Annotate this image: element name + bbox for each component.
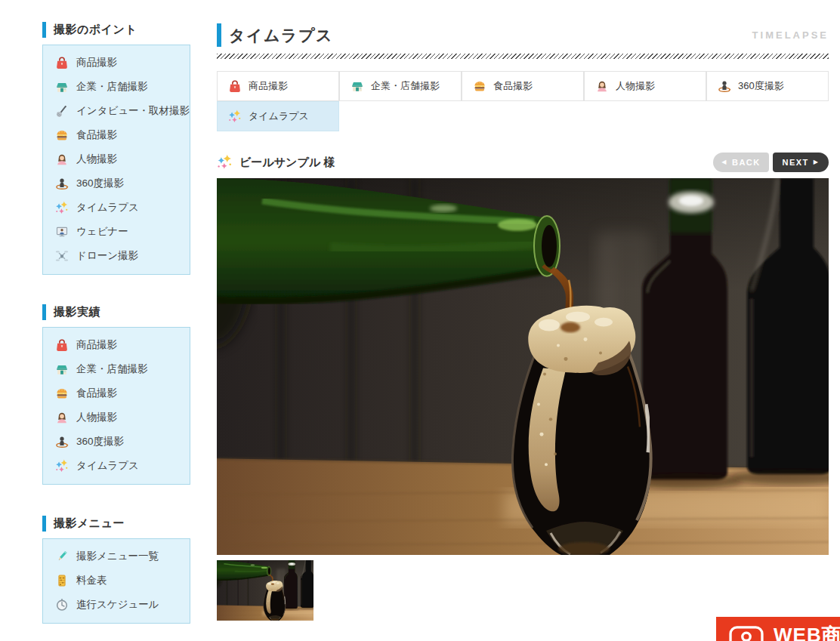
sidebar-item[interactable]: タイムラプス (55, 454, 190, 478)
person-icon (55, 411, 69, 424)
hatched-divider (217, 54, 829, 59)
web-meeting-label: WEB商談 (774, 622, 840, 641)
main-photo (217, 178, 829, 555)
person-360-icon (55, 177, 69, 190)
page-title: タイムラプス (229, 25, 333, 46)
tab-label: 人物撮影 (616, 79, 655, 93)
sidebar-item[interactable]: 食品撮影 (55, 123, 190, 147)
sidebar-item[interactable]: タイムラプス (55, 196, 190, 220)
sidebar-item-label: 人物撮影 (76, 153, 117, 166)
left-arrow-icon: ◀ (721, 159, 727, 165)
clock-icon (55, 598, 69, 612)
main-content: タイムラプス TIMELAPSE 商品撮影企業・店舗撮影食品撮影人物撮影360度… (217, 0, 829, 641)
sidebar-section-heading: 撮影実績 (42, 304, 190, 320)
tab-label: 商品撮影 (249, 79, 288, 93)
sidebar-item[interactable]: ウェビナー (55, 220, 190, 244)
photo-thumbnail[interactable] (217, 560, 313, 621)
sidebar-section-title: 撮影のポイント (54, 23, 137, 37)
tab-商品撮影[interactable]: 商品撮影 (217, 71, 339, 101)
bag-icon (55, 338, 69, 352)
sparkles-icon (228, 109, 242, 123)
webinar-icon (55, 225, 69, 239)
sidebar-item-label: 商品撮影 (76, 56, 117, 69)
microphone-icon (55, 104, 69, 118)
sidebar-item-label: 商品撮影 (76, 338, 117, 352)
sidebar-section-title: 撮影メニュー (54, 516, 125, 531)
sidebar-item-label: 360度撮影 (76, 435, 124, 448)
accent-bar (42, 304, 46, 320)
sidebar-item-label: ウェビナー (76, 225, 128, 239)
sidebar-item[interactable]: インタビュー・取材撮影 (55, 99, 190, 123)
bag-icon (228, 79, 242, 93)
accent-bar (217, 23, 221, 47)
sidebar-item[interactable]: 360度撮影 (55, 430, 190, 454)
tab-360度撮影[interactable]: 360度撮影 (706, 71, 829, 101)
next-button[interactable]: NEXT ▶ (773, 153, 829, 172)
burger-icon (55, 128, 69, 142)
sidebar-item-label: 食品撮影 (76, 128, 117, 142)
store-icon (55, 362, 69, 376)
sidebar-item-label: 人物撮影 (76, 411, 117, 424)
person-icon (595, 79, 609, 93)
sidebar-item[interactable]: 企業・店舗撮影 (55, 75, 190, 99)
page-root: { "header": { "title": "タイムラプス", "subtit… (0, 0, 840, 641)
sidebar-item[interactable]: 商品撮影 (55, 333, 190, 357)
accent-bar (42, 516, 46, 532)
tab-label: 食品撮影 (493, 79, 533, 93)
person-icon (55, 153, 69, 166)
tab-bar: 商品撮影企業・店舗撮影食品撮影人物撮影360度撮影タイムラプス (217, 71, 829, 131)
sidebar-item[interactable]: 人物撮影 (55, 147, 190, 171)
tab-タイムラプス[interactable]: タイムラプス (217, 101, 339, 131)
sidebar-item[interactable]: 企業・店舗撮影 (55, 357, 190, 381)
sidebar-item[interactable]: 撮影メニュー一覧 (55, 544, 190, 569)
sidebar-section-title: 撮影実績 (54, 305, 100, 319)
sidebar-menu: 商品撮影企業・店舗撮影食品撮影人物撮影360度撮影タイムラプス (42, 327, 190, 485)
burger-icon (473, 79, 486, 93)
sidebar: 撮影のポイント商品撮影企業・店舗撮影インタビュー・取材撮影食品撮影人物撮影360… (42, 0, 190, 641)
sidebar-section-heading: 撮影メニュー (42, 515, 190, 532)
tab-label: 360度撮影 (738, 79, 784, 93)
sidebar-item[interactable]: 料金表 (55, 569, 190, 593)
tab-企業・店舗撮影[interactable]: 企業・店舗撮影 (339, 71, 462, 101)
pencil-icon (55, 550, 69, 563)
tab-label: 企業・店舗撮影 (371, 79, 440, 93)
sidebar-item[interactable]: 360度撮影 (55, 171, 190, 196)
web-meeting-cta[interactable]: WEB商談 (716, 617, 840, 641)
person-360-icon (718, 79, 731, 93)
drone-icon (55, 249, 69, 263)
sidebar-item-label: ドローン撮影 (76, 249, 138, 263)
sidebar-item[interactable]: 人物撮影 (55, 405, 190, 430)
bag-icon (55, 56, 69, 69)
back-button[interactable]: ◀ BACK (713, 153, 769, 172)
store-icon (55, 80, 69, 94)
sidebar-item[interactable]: ドローン撮影 (55, 244, 190, 268)
person-frame-icon (729, 626, 764, 641)
tab-label: タイムラプス (249, 109, 309, 123)
sidebar-item-label: 進行スケジュール (76, 598, 159, 612)
tab-食品撮影[interactable]: 食品撮影 (462, 71, 584, 101)
tab-人物撮影[interactable]: 人物撮影 (584, 71, 706, 101)
back-button-label: BACK (732, 158, 761, 167)
sidebar-item-label: 360度撮影 (76, 177, 124, 190)
sidebar-item[interactable]: 進行スケジュール (55, 593, 190, 617)
sidebar-item[interactable]: 商品撮影 (55, 51, 190, 75)
sidebar-item-label: 料金表 (76, 574, 107, 587)
sparkles-icon (55, 459, 69, 473)
calculator-icon (55, 574, 69, 587)
sidebar-item-label: インタビュー・取材撮影 (76, 104, 190, 118)
sidebar-item-label: 企業・店舗撮影 (76, 362, 148, 376)
sidebar-section-heading: 撮影のポイント (42, 21, 190, 38)
sparkles-icon (217, 154, 233, 170)
sidebar-item-label: 食品撮影 (76, 387, 117, 400)
sidebar-item-label: タイムラプス (76, 459, 139, 473)
sidebar-menu: 撮影メニュー一覧料金表進行スケジュール (42, 538, 190, 624)
page-header: タイムラプス TIMELAPSE (217, 23, 829, 48)
accent-bar (42, 22, 46, 38)
gallery-header: ビールサンプル 様 ◀ BACK NEXT ▶ (217, 153, 829, 172)
person-360-icon (55, 435, 69, 448)
sidebar-item-label: 企業・店舗撮影 (76, 80, 148, 94)
page-subtitle: TIMELAPSE (752, 29, 829, 41)
sidebar-item[interactable]: 食品撮影 (55, 381, 190, 405)
sparkles-icon (55, 201, 69, 214)
right-arrow-icon: ▶ (814, 159, 820, 165)
